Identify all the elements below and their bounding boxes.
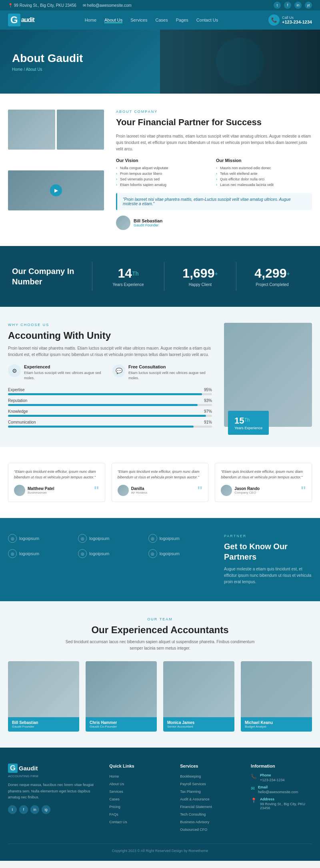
footer: G Gaudit ACCOUNTING FIRM Donec neque mas… (0, 748, 320, 861)
team-header: OUR TEAM Our Experienced Accountants Sed… (8, 617, 312, 652)
testi-footer-1: Danilla Air Hostess " (118, 485, 203, 496)
testi-info-0: Matthew Patel Businessman (28, 486, 94, 494)
team-img-3 (241, 661, 312, 717)
feature-experienced: ⚙ Experienced Etiam luctus suscipit veli… (8, 364, 108, 381)
testi-name-2: Jason Rando (234, 486, 300, 491)
why-content: WHY CHOOSE US Accounting With Unity Proi… (8, 323, 212, 431)
footer-link-pricing[interactable]: Pricing (109, 805, 120, 809)
team-info-2: Monica James Senior Accountant (163, 717, 234, 732)
footer-service-7[interactable]: Outsourced CFO (180, 828, 207, 832)
founder-name: Bill Sebastian (134, 218, 162, 223)
footer-service-5[interactable]: Tech Consulting (180, 812, 206, 816)
testi-footer-0: Matthew Patel Businessman " (14, 485, 99, 496)
testi-role-2: Company CEO (234, 491, 300, 494)
footer-link-faqs[interactable]: FAQs (109, 812, 118, 816)
footer-link-home[interactable]: Home (109, 774, 119, 778)
testi-avatar-0 (14, 485, 25, 496)
facebook-icon[interactable]: f (284, 2, 291, 9)
footer-link-services[interactable]: Services (109, 790, 123, 794)
team-info-1: Chris Hammer Gaudit Co-Founder (86, 717, 157, 732)
copyright-text: Copyright 2023 © All Right Reserved Desi… (112, 849, 208, 853)
footer-service-0[interactable]: Bookkeeping (180, 774, 201, 778)
partner-icon-4: ◎ (78, 549, 87, 558)
nav-contact[interactable]: Contact Us (196, 18, 218, 22)
footer-facebook-icon[interactable]: f (19, 805, 28, 814)
play-button[interactable]: ▶ (50, 184, 62, 196)
vision-item-2: Proin tempus auctor libero (116, 171, 212, 176)
footer-logo-text: Gaudit (19, 765, 38, 772)
footer-service-6[interactable]: Business Advisory (180, 820, 209, 824)
youtube-icon[interactable]: yt (305, 2, 312, 9)
footer-quick-links: Quick Links Home About Us Services Cases… (109, 764, 170, 834)
phone-label: Phone (260, 773, 284, 777)
quote-mark-1: " (197, 485, 202, 496)
vision-item-4: Etiam lobortis sapien amatug (116, 182, 212, 188)
nav-pages[interactable]: Pages (176, 18, 188, 22)
footer-info-title: Information (251, 764, 312, 768)
why-features: ⚙ Experienced Etiam luctus suscipit veli… (8, 364, 212, 381)
partner-logo-4: ◎ logoipsum (78, 549, 142, 558)
hero-title: About Gaudit (12, 52, 83, 65)
footer-link-cases[interactable]: Cases (109, 797, 120, 801)
nav-cases[interactable]: Cases (155, 18, 168, 22)
mission-title: Our Mission (216, 158, 312, 163)
nav-services[interactable]: Services (130, 18, 147, 22)
nav-call: 📞 Call Us +123-234-1234 (268, 14, 312, 26)
team-role-1: Gaudit Co-Founder (90, 725, 153, 728)
footer-link-about[interactable]: About Us (109, 782, 124, 786)
topbar: 📍 99 Roving St., Big City, PKU 23456 ✉ h… (0, 0, 320, 10)
footer-service-4[interactable]: Financial Statement (180, 805, 212, 809)
footer-service-1[interactable]: Payroll Services (180, 782, 206, 786)
contact-phone-content: Phone +123-234-1234 (260, 773, 284, 782)
nav-about[interactable]: About Us (104, 18, 122, 23)
footer-service-2[interactable]: Tax Planning (180, 790, 201, 794)
testi-avatar-2 (221, 485, 232, 496)
navbar: G audit Home About Us Services Cases Pag… (0, 10, 320, 30)
testi-text-1: "Etiam quis tincidunt este efficitur, ip… (118, 469, 203, 480)
email-label: Email (258, 785, 298, 789)
twitter-icon[interactable]: t (274, 2, 281, 9)
footer-linkedin-icon[interactable]: in (30, 805, 39, 814)
testi-footer-2: Jason Rando Company CEO " (221, 485, 306, 496)
skill-reputation-header: Reputation 93% (8, 398, 212, 403)
partner-name-2: logoipsum (160, 536, 180, 541)
footer-twitter-icon[interactable]: t (8, 805, 17, 814)
founder-info: Bill Sebastian Gaudit Founder (134, 218, 162, 227)
team-name-1: Chris Hammer (90, 720, 153, 725)
testi-name-1: Danilla (131, 486, 197, 491)
testi-avatar-1 (118, 485, 129, 496)
mission-item-4: Lacus nec malesuada lacinia velit (216, 182, 312, 188)
about-title: Your Financial Partner for Success (116, 117, 312, 128)
about-images: ▶ (8, 110, 104, 230)
founder-role: Gaudit Founder (134, 223, 162, 227)
breadcrumb-home[interactable]: Home (12, 67, 23, 72)
breadcrumb-current: About Us (26, 67, 42, 72)
nav-home[interactable]: Home (85, 18, 96, 22)
footer-instagram-icon[interactable]: ig (42, 805, 50, 814)
mission-item-2: Telus velit eleifend ante (216, 171, 312, 176)
team-card-1: Chris Hammer Gaudit Co-Founder (86, 661, 157, 732)
founder: Bill Sebastian Gaudit Founder (116, 216, 312, 230)
partner-name-4: logoipsum (89, 551, 109, 556)
testi-name-0: Matthew Patel (28, 486, 94, 491)
footer-link-contact[interactable]: Contact Us (109, 820, 127, 824)
mission-item-3: Quis efficitur dolor nulla orci (216, 176, 312, 182)
skill-knowledge-header: Knowledge 97% (8, 409, 212, 414)
partners-content: PARTNER Get to Know Our Partners Augue m… (224, 534, 312, 585)
skill-communication-bar (8, 426, 212, 428)
phone-contact-icon: 📞 (251, 774, 257, 779)
linkedin-icon[interactable]: in (294, 2, 302, 9)
email-text: ✉ hello@awesomesite.com (83, 3, 132, 8)
skill-reputation-bar (8, 404, 212, 406)
footer-links-list: Home About Us Services Cases Pricing FAQ… (109, 773, 170, 824)
testimonials-section: "Etiam quis tincidunt este efficitur, ip… (0, 447, 320, 518)
hero-image (160, 30, 320, 94)
about-img-3: ▶ (8, 170, 104, 210)
footer-service-3[interactable]: Audit & Assurance (180, 797, 210, 801)
vision-item-1: Nulla congue aliquet vulputate (116, 165, 212, 171)
team-info-0: Bill Sebastian Gaudit Founder (8, 717, 79, 732)
partner-name-0: logoipsum (19, 536, 39, 541)
phone-icon: 📞 (268, 14, 280, 26)
partners-section: ◎ logoipsum ◎ logoipsum ◎ logoipsum ◎ lo… (0, 518, 320, 601)
why-section: WHY CHOOSE US Accounting With Unity Proi… (0, 307, 320, 447)
